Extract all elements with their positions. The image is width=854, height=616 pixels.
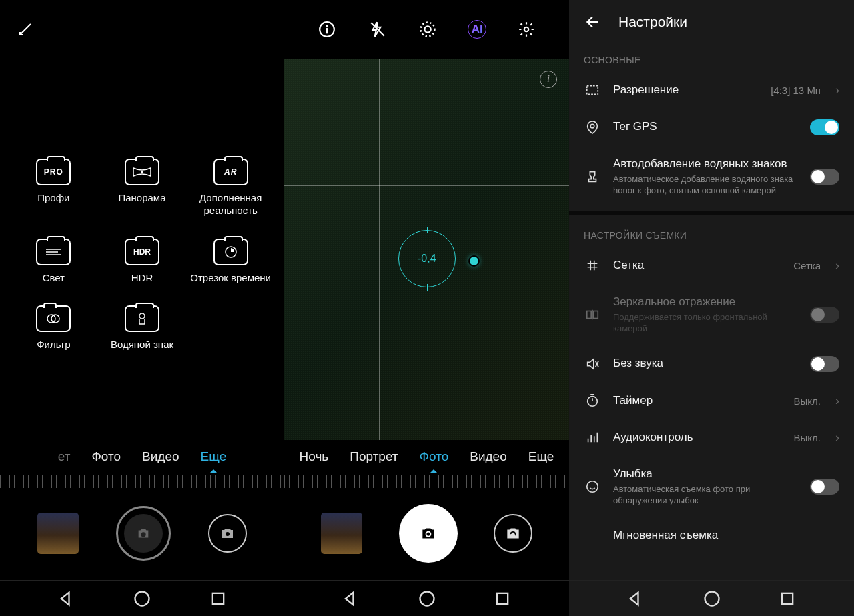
ai-icon[interactable]: AI	[468, 20, 486, 39]
mode-ar[interactable]: ARДополненная реальность	[189, 159, 272, 217]
tick-ruler	[284, 475, 569, 488]
switch-camera-button[interactable]	[494, 514, 532, 553]
info-overlay-icon[interactable]: i	[540, 71, 557, 88]
exposure-slider-track[interactable]	[474, 185, 474, 318]
mode-filter[interactable]: Фильтр	[12, 305, 95, 351]
svg-point-22	[705, 591, 719, 605]
home-button[interactable]	[418, 589, 436, 608]
setting-label: Зеркальное отражение	[613, 295, 798, 310]
tab-night[interactable]: Ночь	[298, 447, 330, 467]
chevron-right-icon: ›	[835, 394, 839, 408]
settings-panel: Настройки ОСНОВНЫЕ Разрешение [4:3] 13 М…	[569, 0, 854, 616]
setting-mute[interactable]: Без звука	[569, 345, 854, 383]
setting-label: Разрешение	[613, 83, 759, 98]
setting-label: Улыбка	[613, 467, 798, 482]
chevron-right-icon: ›	[835, 431, 839, 445]
grid-icon	[584, 258, 601, 273]
pin-icon	[584, 120, 601, 135]
back-button[interactable]	[626, 589, 645, 608]
setting-watermark[interactable]: Автодобавление водяных знаков Автоматиче…	[569, 146, 854, 207]
toggle[interactable]	[810, 169, 839, 185]
svg-point-17	[590, 124, 594, 128]
flash-off-icon[interactable]	[367, 19, 388, 40]
settings-icon[interactable]	[516, 19, 537, 40]
live-photo-icon[interactable]	[417, 19, 438, 40]
setting-gps[interactable]: Тег GPS	[569, 109, 854, 146]
mode-label: Водяной знак	[111, 339, 173, 351]
toggle[interactable]	[810, 119, 839, 135]
svg-point-6	[135, 591, 149, 605]
tab-photo[interactable]: Фото	[90, 447, 122, 467]
mode-label: Свет	[43, 272, 65, 285]
tick-ruler	[0, 475, 284, 488]
pro-icon: PRO	[36, 159, 71, 185]
setting-smile[interactable]: Улыбка Автоматическая съемка фото при об…	[569, 456, 854, 517]
edit-icon[interactable]	[15, 19, 36, 40]
light-icon	[36, 239, 71, 265]
back-button[interactable]	[57, 589, 76, 608]
chevron-right-icon: ›	[835, 259, 839, 273]
gallery-thumbnail[interactable]	[37, 513, 79, 554]
settings-title: Настройки	[618, 14, 687, 30]
settings-header: Настройки	[569, 0, 854, 44]
toggle[interactable]	[810, 356, 839, 372]
home-button[interactable]	[703, 589, 721, 608]
shutter-button[interactable]	[399, 504, 458, 563]
mode-label: Отрезок времени	[190, 272, 271, 285]
mode-label: Профи	[37, 192, 69, 205]
panorama-icon	[125, 159, 159, 185]
tab-video[interactable]: Видео	[141, 447, 181, 467]
svg-point-4	[139, 313, 145, 319]
setting-value: Сетка	[793, 260, 821, 271]
ar-icon: AR	[214, 159, 248, 185]
setting-timer[interactable]: Таймер Выкл.›	[569, 383, 854, 419]
mode-watermark[interactable]: Водяной знак	[101, 305, 184, 351]
exposure-slider-handle[interactable]	[470, 257, 478, 265]
bars-icon	[584, 430, 601, 445]
home-button[interactable]	[133, 589, 151, 608]
camera-modes-panel: PROПрофиПанорамаARДополненная реальность…	[0, 0, 284, 616]
mode-hdr[interactable]: HDRHDR	[101, 239, 184, 285]
left-mode-tabs: етФотоВидеоЕще	[0, 443, 284, 471]
tab-et[interactable]: ет	[57, 447, 72, 467]
focus-indicator[interactable]: -0,4	[398, 230, 456, 287]
grid-line	[284, 185, 569, 186]
mode-timelapse[interactable]: Отрезок времени	[189, 239, 272, 285]
toggle[interactable]	[810, 479, 839, 495]
shutter-button-disabled[interactable]	[116, 506, 171, 561]
svg-point-14	[420, 591, 434, 605]
back-arrow-icon[interactable]	[582, 11, 604, 33]
setting-grid[interactable]: Сетка Сетка›	[569, 247, 854, 284]
tab-video[interactable]: Видео	[468, 447, 508, 467]
setting-resolution[interactable]: Разрешение [4:3] 13 Мп›	[569, 72, 854, 109]
section-header: НАСТРОЙКИ СЪЕМКИ	[569, 219, 854, 247]
camera-viewfinder[interactable]: i -0,4	[284, 59, 569, 440]
viewfinder-panel: AI i -0,4 НочьПортретФотоВидеоЕще	[284, 0, 569, 616]
tab-portrait[interactable]: Портрет	[348, 447, 399, 467]
setting-label: Без звука	[613, 356, 798, 371]
capture-row	[284, 493, 569, 580]
recents-button[interactable]	[209, 589, 228, 608]
info-icon[interactable]	[316, 19, 338, 40]
setting-instant[interactable]: Мгновенная съемка	[569, 517, 854, 554]
mid-mode-tabs: НочьПортретФотоВидеоЕще	[284, 443, 569, 471]
setting-subtitle: Автоматическое добавление водяного знака…	[613, 173, 798, 197]
mode-label: Фильтр	[37, 339, 70, 351]
switch-camera-button[interactable]	[208, 514, 247, 553]
recents-button[interactable]	[778, 589, 797, 608]
tab-more[interactable]: Еще	[527, 447, 556, 467]
tab-photo[interactable]: Фото	[418, 447, 450, 467]
switch-camera-icon	[504, 525, 522, 542]
capture-row	[0, 493, 284, 580]
gallery-thumbnail[interactable]	[321, 513, 362, 554]
mode-pro[interactable]: PROПрофи	[12, 159, 95, 217]
recents-button[interactable]	[493, 589, 512, 608]
back-button[interactable]	[342, 589, 360, 608]
aspect-icon	[584, 83, 601, 97]
mode-light[interactable]: Свет	[12, 239, 95, 285]
setting-value: Выкл.	[794, 432, 821, 443]
tab-more[interactable]: Еще	[199, 447, 228, 467]
mode-panorama[interactable]: Панорама	[101, 159, 184, 217]
mute-icon	[584, 357, 601, 371]
setting-audio[interactable]: Аудиоконтроль Выкл.›	[569, 419, 854, 456]
